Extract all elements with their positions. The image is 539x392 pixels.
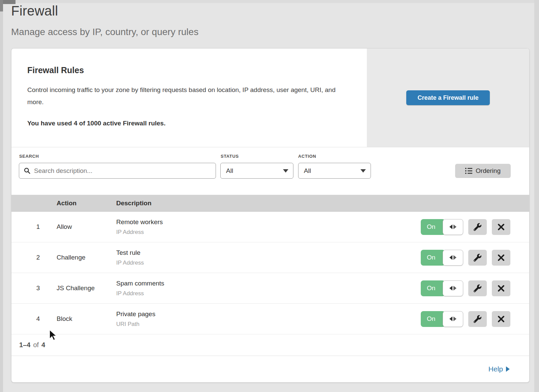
rule-priority: 2 (11, 254, 57, 261)
filter-section: SEARCH STATUS All ACTION All (11, 147, 529, 195)
triangle-right-icon (453, 316, 456, 321)
status-label: STATUS (221, 154, 239, 159)
toggle-drag-handle[interactable] (443, 280, 463, 296)
help-bar: Help (11, 356, 529, 382)
create-firewall-rule-button[interactable]: Create a Firewall rule (406, 90, 490, 105)
wrench-icon (474, 223, 481, 231)
toggle-on-state: On (421, 311, 445, 327)
description-column-header: Description (116, 200, 529, 207)
status-select-value: All (226, 167, 233, 175)
delete-rule-button[interactable] (492, 280, 510, 296)
screen-edge-left (0, 0, 3, 392)
edit-rule-button[interactable] (468, 280, 487, 296)
search-label: SEARCH (19, 154, 39, 159)
rule-priority: 1 (11, 223, 57, 231)
action-select-value: All (304, 167, 311, 175)
ordering-button-label: Ordering (476, 167, 501, 175)
close-icon (498, 315, 505, 323)
search-input[interactable] (19, 163, 216, 179)
rule-field-type: IP Address (116, 229, 163, 236)
table-header: Action Description (11, 195, 529, 212)
wrench-icon (474, 315, 481, 323)
rule-action: Allow (57, 223, 116, 231)
edit-rule-button[interactable] (468, 250, 487, 266)
rule-field-type: IP Address (116, 290, 164, 297)
create-rule-panel: Create a Firewall rule (367, 49, 529, 147)
action-select[interactable]: All (298, 163, 371, 179)
rule-controls: On (421, 250, 510, 266)
screen-corner-artifact-vertical (0, 0, 3, 11)
toggle-drag-handle[interactable] (443, 219, 463, 235)
rule-action: JS Challenge (57, 284, 116, 292)
table-row: 1 Allow Remote workers IP Address On (11, 212, 529, 242)
chevron-down-icon (360, 169, 366, 173)
rule-description-cell: Remote workers IP Address (116, 218, 163, 236)
rule-controls: On (421, 219, 510, 235)
toggle-on-state: On (421, 219, 445, 235)
triangle-right-icon (453, 286, 456, 291)
help-link-label: Help (488, 365, 503, 373)
toggle-drag-handle[interactable] (443, 250, 463, 266)
delete-rule-button[interactable] (492, 311, 510, 327)
search-icon (24, 167, 31, 174)
toggle-on-state: On (421, 250, 445, 266)
triangle-left-icon (449, 224, 452, 229)
ordering-list-icon (465, 168, 472, 174)
rule-enabled-toggle[interactable]: On (421, 280, 463, 296)
close-icon (498, 223, 505, 231)
rule-priority: 4 (11, 315, 57, 323)
table-row: 4 Block Private pages URI Path On (11, 304, 529, 334)
intro-heading: Firewall Rules (27, 65, 343, 75)
triangle-left-icon (449, 286, 452, 291)
intro-description: Control incoming traffic to your zone by… (27, 84, 343, 108)
toggle-state-label: On (427, 315, 435, 323)
help-arrow-icon (506, 366, 510, 372)
wrench-icon (474, 254, 481, 262)
rule-field-type: URI Path (116, 321, 155, 328)
edit-rule-button[interactable] (468, 311, 487, 327)
rule-field-type: IP Address (116, 260, 144, 266)
triangle-right-icon (453, 224, 456, 229)
firewall-rules-card: Firewall Rules Control incoming traffic … (11, 48, 530, 383)
rule-enabled-toggle[interactable]: On (421, 311, 463, 327)
action-label: ACTION (298, 154, 316, 159)
toggle-on-state: On (421, 280, 445, 296)
rule-action: Block (57, 315, 116, 323)
status-select[interactable]: All (220, 163, 293, 179)
rule-description: Private pages (116, 310, 155, 318)
rule-enabled-toggle[interactable]: On (421, 219, 463, 235)
rule-description: Test rule (116, 249, 144, 257)
page-subtitle: Manage access by IP, country, or query r… (11, 27, 198, 37)
chevron-down-icon (283, 169, 288, 173)
rule-enabled-toggle[interactable]: On (421, 250, 463, 266)
close-icon (498, 254, 505, 261)
table-row: 3 JS Challenge Spam comments IP Address … (11, 273, 529, 304)
ordering-button[interactable]: Ordering (455, 164, 511, 178)
rule-description-cell: Spam comments IP Address (116, 280, 164, 297)
triangle-left-icon (449, 255, 452, 260)
screen-edge-top (0, 0, 539, 3)
triangle-left-icon (449, 316, 452, 321)
delete-rule-button[interactable] (492, 250, 510, 266)
rule-description-cell: Private pages URI Path (116, 310, 155, 328)
edit-rule-button[interactable] (468, 219, 487, 235)
help-link[interactable]: Help (488, 365, 510, 373)
rule-action: Challenge (57, 254, 116, 261)
pagination-of-label: of (33, 341, 39, 349)
pagination-range: 1–4 (19, 341, 30, 349)
rule-controls: On (421, 280, 510, 296)
wrench-icon (474, 284, 481, 292)
toggle-drag-handle[interactable] (443, 311, 463, 327)
screen-edge-right (534, 0, 539, 392)
delete-rule-button[interactable] (492, 219, 510, 235)
rule-controls: On (421, 311, 510, 327)
toggle-state-label: On (427, 284, 435, 292)
pagination-total: 4 (41, 341, 45, 349)
close-icon (498, 285, 505, 292)
rules-usage-text: You have used 4 of 1000 active Firewall … (27, 120, 343, 127)
intro-section: Firewall Rules Control incoming traffic … (11, 49, 529, 147)
pagination-bar: 1–4 of 4 (11, 334, 529, 356)
action-column-header: Action (57, 200, 116, 207)
rule-description: Remote workers (116, 218, 163, 226)
toggle-state-label: On (427, 223, 435, 231)
